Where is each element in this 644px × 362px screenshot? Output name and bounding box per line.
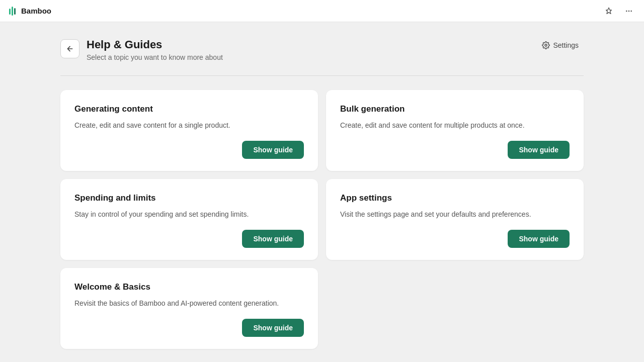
card-description-welcome-basics: Revisit the basics of Bamboo and AI-powe… bbox=[74, 298, 304, 309]
main-content: Help & Guides Select a topic you want to… bbox=[0, 22, 644, 362]
navbar-left: Bamboo bbox=[8, 6, 51, 16]
header-left: Help & Guides Select a topic you want to… bbox=[60, 38, 223, 61]
header-divider bbox=[60, 75, 584, 76]
card-description-spending-and-limits: Stay in control of your spending and set… bbox=[74, 209, 304, 220]
card-title-generating-content: Generating content bbox=[74, 104, 304, 114]
card-footer-spending-and-limits: Show guide bbox=[74, 230, 304, 248]
pin-button[interactable] bbox=[602, 4, 616, 18]
app-name: Bamboo bbox=[21, 7, 51, 15]
svg-rect-2 bbox=[9, 9, 11, 15]
card-footer-app-settings: Show guide bbox=[340, 230, 570, 248]
pin-icon bbox=[605, 7, 613, 15]
card-title-spending-and-limits: Spending and limits bbox=[74, 193, 304, 203]
settings-label: Settings bbox=[553, 41, 579, 49]
svg-point-3 bbox=[626, 10, 627, 12]
card-footer-generating-content: Show guide bbox=[74, 141, 304, 159]
back-arrow-icon bbox=[66, 45, 74, 53]
card-description-bulk-generation: Create, edit and save content for multip… bbox=[340, 120, 570, 131]
show-guide-button-welcome-basics[interactable]: Show guide bbox=[242, 319, 304, 337]
card-generating-content: Generating content Create, edit and save… bbox=[60, 90, 318, 171]
app-logo: Bamboo bbox=[8, 6, 51, 16]
card-footer-bulk-generation: Show guide bbox=[340, 141, 570, 159]
card-bulk-generation: Bulk generation Create, edit and save co… bbox=[326, 90, 584, 171]
navbar: Bamboo bbox=[0, 0, 644, 22]
card-title-bulk-generation: Bulk generation bbox=[340, 104, 570, 114]
more-icon bbox=[625, 7, 633, 15]
card-app-settings: App settings Visit the settings page and… bbox=[326, 179, 584, 260]
card-footer-welcome-basics: Show guide bbox=[74, 319, 304, 337]
svg-point-6 bbox=[545, 44, 547, 46]
svg-rect-0 bbox=[12, 7, 13, 16]
settings-button[interactable]: Settings bbox=[537, 38, 584, 52]
page-header: Help & Guides Select a topic you want to… bbox=[60, 38, 584, 61]
show-guide-button-spending-and-limits[interactable]: Show guide bbox=[242, 230, 304, 248]
back-button[interactable] bbox=[60, 39, 79, 58]
svg-rect-1 bbox=[14, 8, 16, 15]
card-title-welcome-basics: Welcome & Basics bbox=[74, 282, 304, 292]
page-title: Help & Guides bbox=[87, 38, 223, 51]
show-guide-button-bulk-generation[interactable]: Show guide bbox=[508, 141, 570, 159]
cards-grid: Generating content Create, edit and save… bbox=[60, 90, 584, 349]
more-button[interactable] bbox=[622, 4, 636, 18]
show-guide-button-generating-content[interactable]: Show guide bbox=[242, 141, 304, 159]
card-spending-and-limits: Spending and limits Stay in control of y… bbox=[60, 179, 318, 260]
header-text: Help & Guides Select a topic you want to… bbox=[87, 38, 223, 61]
svg-point-4 bbox=[628, 10, 630, 12]
card-description-app-settings: Visit the settings page and set your def… bbox=[340, 209, 570, 220]
card-description-generating-content: Create, edit and save content for a sing… bbox=[74, 120, 304, 131]
navbar-right bbox=[602, 4, 636, 18]
bamboo-logo-icon bbox=[8, 6, 18, 16]
show-guide-button-app-settings[interactable]: Show guide bbox=[508, 230, 570, 248]
card-title-app-settings: App settings bbox=[340, 193, 570, 203]
card-welcome-basics: Welcome & Basics Revisit the basics of B… bbox=[60, 268, 318, 349]
svg-point-5 bbox=[630, 10, 632, 12]
gear-icon bbox=[542, 41, 550, 49]
page-subtitle: Select a topic you want to know more abo… bbox=[87, 53, 223, 61]
